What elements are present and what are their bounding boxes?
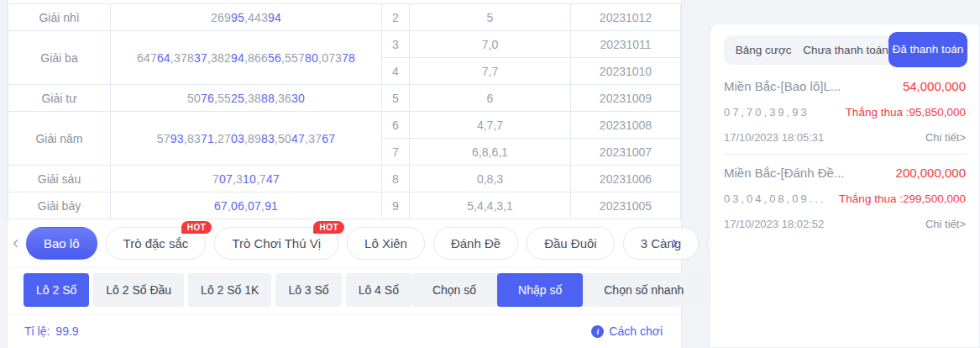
draw-value: 6 [410,85,570,111]
record-detail-link[interactable]: Chi tiết> [925,218,966,230]
rate-value: 99.9 [55,324,78,338]
record-title: Miền Bắc-[Đánh Đề... [724,166,844,180]
prize-numbers: 26995,44394 [111,4,381,30]
digits-prefix: 7 [212,172,219,186]
record-numbers: 07,70,39,93 [724,106,810,119]
entry-mode-tab[interactable]: Chọn số [411,273,497,307]
draw-index: 3 [382,31,409,57]
draw-value: 7,0 [410,31,570,57]
digits-highlight: 47 [291,132,305,145]
draw-value: 6,8,6,1 [410,139,570,165]
record-amount: 54,000,000 [903,79,966,93]
panel-tab[interactable]: Bảng cược [724,44,803,56]
game-tab[interactable]: Lô Xiên [347,227,425,260]
record-line: 07,70,39,93Thắng thua :95,850,000 [724,106,966,119]
digits-highlight: 10 [243,172,256,186]
panel-tab[interactable]: Đã thanh toán [888,32,967,67]
draw-date: 20231011 [571,31,680,57]
digits-highlight: 03 [231,132,244,145]
how-to-play-label: Cách chơi [609,324,663,338]
records-list: Miền Bắc-[Bao lô]L...54,000,00007,70,39,… [724,65,966,240]
digits-highlight: 88 [261,92,275,105]
digits-highlight: 93 [170,132,184,145]
digits-prefix: 557 [285,51,305,65]
hot-badge: HOT [181,221,212,234]
draw-date: 20231006 [571,166,680,192]
game-tab[interactable]: 3 Càng [623,227,699,260]
game-tab-label: Đầu Đuôi [544,236,597,250]
digits-highlight: 80 [305,51,318,65]
bet-record[interactable]: Miền Bắc-[Đánh Đề...200,000,00003,04,08,… [724,154,966,240]
digits-highlight: 30 [291,92,305,105]
digits-prefix: 55 [217,92,231,105]
draw-index: 5 [382,85,409,111]
game-tab-label: Đánh Đề [451,236,500,250]
record-detail-link[interactable]: Chi tiết> [925,131,966,144]
record-datetime: 17/10/2023 18:02:52 [724,218,824,230]
record-line: 17/10/2023 18:05:31Chi tiết> [724,131,966,144]
bet-type-tab[interactable]: Lô 4 Số [346,273,411,307]
digits-highlight: 56 [268,51,281,65]
game-tab-label: Trò đặc sắc [123,236,189,250]
scroll-right-icon[interactable]: › [672,234,678,252]
how-to-play-link[interactable]: i Cách chơi [591,324,663,338]
rate-label: Tỉ lệ: [24,324,50,338]
record-line: Miền Bắc-[Bao lô]L...54,000,000 [724,79,966,93]
digits-prefix: 57 [157,132,170,145]
digits-prefix: 27 [217,132,231,145]
digits-prefix: 073 [322,51,342,65]
digits-prefix: 38 [248,92,261,105]
entry-mode-tab[interactable]: Nhập số [497,273,583,307]
game-tab-label: Bao lô [44,236,80,250]
draw-index: 2 [382,4,409,30]
entry-mode-tabs: Chọn sốNhập sốChọn số nhanh [411,273,705,307]
bet-records-panel: Bảng cượcChưa thanh toánĐã thanh toán Mi… [710,24,980,348]
digits-highlight: 78 [342,51,355,65]
game-tab[interactable]: Đầu Đuôi [527,227,615,260]
panel-tabs: Bảng cượcChưa thanh toánĐã thanh toán [724,35,966,65]
digits-prefix: 50 [278,132,291,145]
record-amount: 200,000,000 [896,166,966,180]
record-line: Miền Bắc-[Đánh Đề...200,000,000 [724,166,966,180]
bet-type-tab[interactable]: Lô 3 Số [275,273,341,307]
hot-badge: HOT [313,221,344,234]
digits-highlight: 06 [231,199,244,213]
draw-value: 5 [410,4,570,30]
digits-prefix: 83 [187,132,201,145]
digits-highlight: 83 [261,132,275,145]
panel-tab[interactable]: Chưa thanh toán [803,44,888,56]
results-table: Giải nhì26995,44394Giải ba64764,37837,38… [8,3,681,219]
record-datetime: 17/10/2023 18:05:31 [724,131,824,144]
results-and-bet-area: Giải nhì26995,44394Giải ba64764,37837,38… [7,0,682,348]
game-tab[interactable]: Trò đặc sắcHOT [106,227,207,260]
digits-prefix: 866 [248,51,268,65]
digits-prefix: 37 [308,132,322,145]
game-tab[interactable]: Đánh Đề [433,227,518,260]
digits-highlight: 95 [231,11,244,24]
digits-highlight: 71 [201,132,214,145]
bet-type-tab[interactable]: Lô 2 Số [24,273,89,307]
entry-mode-tab[interactable]: Chọn số nhanh [583,273,705,307]
draw-index: 9 [382,192,409,219]
game-tab-label: Trò Chơi Thú Vị [232,236,321,250]
bet-record[interactable]: Miền Bắc-[Bao lô]L...54,000,00007,70,39,… [724,68,966,154]
record-title: Miền Bắc-[Bao lô]L... [724,79,841,93]
digits-prefix: 382 [211,51,231,65]
draw-date: 20231005 [571,192,680,219]
game-tab[interactable]: Trò Chơi Thú VịHOT [214,227,338,260]
game-tabs: ‹ Bao lôTrò đặc sắcHOTTrò Chơi Thú VịHOT… [8,219,681,268]
draw-date: 20231010 [571,58,680,84]
digits-highlight: 64 [157,51,170,65]
game-tab[interactable]: Bao lô [26,227,97,260]
digits-highlight: 91 [265,199,278,213]
prize-label: Giải nhì [8,4,110,30]
draw-date: 20231009 [571,85,680,111]
digits-highlight: 94 [231,51,244,65]
digits-highlight: 94 [268,11,281,24]
draw-date: 20231008 [571,112,680,138]
draw-index: 7 [382,139,409,165]
bet-type-tab[interactable]: Lô 2 Số Đầu [93,273,184,307]
digits-highlight: 07 [248,199,261,213]
scroll-left-icon[interactable]: ‹ [13,234,18,252]
bet-type-tab[interactable]: Lô 2 Số 1K [188,273,271,307]
